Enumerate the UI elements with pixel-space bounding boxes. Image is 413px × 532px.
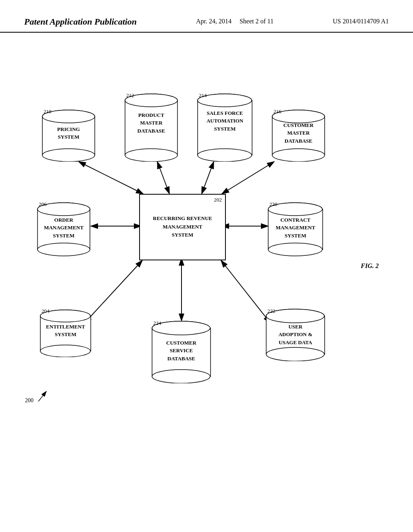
- svg-point-34: [268, 243, 322, 256]
- node-204: ENTITLEMENTSYSTEM 204: [38, 309, 93, 359]
- node-220-num: 220: [269, 201, 277, 208]
- svg-point-22: [198, 149, 252, 162]
- node-222: USERADOPTION &USAGE DATA 222: [264, 309, 327, 363]
- node-220-text: CONTRACTMANAGEMENTSYSTEM: [266, 216, 325, 240]
- node-204-text: ENTITLEMENTSYSTEM: [38, 323, 93, 339]
- node-206: ORDERMANAGEMENTSYSTEM 206: [35, 202, 92, 258]
- node-216: CUSTOMERMASTERDATABASE 216: [270, 109, 327, 163]
- node-202-text: RECURRING REVENUEMANAGEMENTSYSTEM: [153, 214, 212, 239]
- svg-point-30: [38, 243, 90, 256]
- node-206-num: 206: [39, 201, 47, 208]
- node-210: PRICINGSYSTEM 210: [40, 109, 97, 163]
- svg-point-46: [266, 347, 324, 361]
- node-210-num: 210: [44, 108, 52, 115]
- svg-line-10: [221, 260, 270, 323]
- svg-line-9: [85, 260, 142, 323]
- node-222-text: USERADOPTION &USAGE DATA: [264, 323, 327, 347]
- ref-200: 200: [25, 397, 33, 404]
- svg-point-14: [42, 149, 95, 162]
- node-224-text: CUSTOMERSERVICEDATABASE: [150, 339, 213, 363]
- header: Patent Application Publication Apr. 24, …: [0, 0, 413, 33]
- svg-point-18: [125, 149, 177, 162]
- node-202-num: 202: [214, 196, 222, 204]
- node-212-text: PRODUCTMASTERDATABASE: [123, 111, 179, 135]
- fig-label: FIG. 2: [361, 262, 379, 270]
- node-212: PRODUCTMASTERDATABASE 212: [123, 93, 179, 163]
- svg-line-11: [38, 391, 46, 401]
- node-216-text: CUSTOMERMASTERDATABASE: [270, 121, 327, 145]
- svg-point-38: [40, 345, 90, 357]
- svg-line-5: [222, 162, 274, 194]
- header-left: Patent Application Publication: [24, 16, 137, 28]
- node-224-num: 224: [153, 320, 161, 326]
- node-214-text: SALES FORCEAUTOMATIONSYSTEM: [196, 109, 254, 133]
- node-216-num: 216: [273, 108, 282, 115]
- node-224: CUSTOMERSERVICEDATABASE 224: [150, 321, 213, 385]
- node-212-num: 212: [126, 92, 134, 99]
- header-center: Apr. 24, 2014 Sheet 2 of 11: [196, 16, 273, 27]
- svg-line-2: [79, 162, 143, 194]
- svg-point-26: [272, 149, 325, 162]
- node-206-text: ORDERMANAGEMENTSYSTEM: [35, 216, 92, 240]
- svg-point-42: [152, 370, 210, 383]
- diagram-container: PRICINGSYSTEM 210 PRODUCTMASTERDATABASE …: [0, 41, 413, 524]
- node-214-num: 214: [199, 92, 207, 99]
- header-right: US 2014/0114709 A1: [333, 16, 389, 27]
- svg-line-3: [157, 162, 169, 194]
- svg-line-4: [202, 162, 214, 194]
- node-214: SALES FORCEAUTOMATIONSYSTEM 214: [196, 93, 254, 163]
- node-210-text: PRICINGSYSTEM: [40, 125, 97, 141]
- node-202: RECURRING REVENUEMANAGEMENTSYSTEM 202: [139, 194, 226, 260]
- node-222-num: 222: [267, 308, 275, 314]
- node-204-num: 204: [42, 308, 50, 314]
- node-220: CONTRACTMANAGEMENTSYSTEM 220: [266, 202, 325, 258]
